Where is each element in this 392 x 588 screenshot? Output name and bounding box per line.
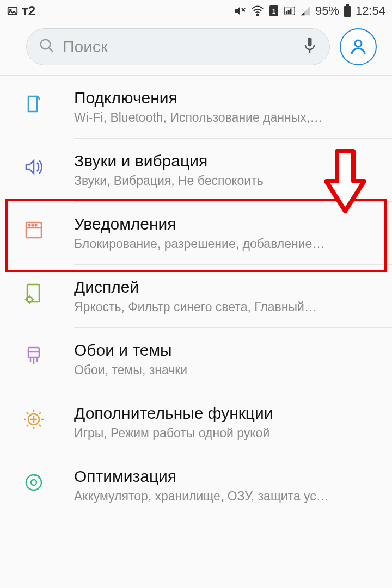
row-subtitle: Обои, темы, значки — [74, 363, 379, 377]
svg-rect-10 — [290, 9, 291, 14]
svg-point-22 — [35, 225, 37, 226]
svg-line-14 — [49, 48, 53, 52]
row-subtitle: Wi-Fi, Bluetooth, Использование данных,… — [74, 110, 379, 125]
svg-point-31 — [31, 480, 36, 485]
row-title: Обои и темы — [74, 341, 379, 360]
row-subtitle: Аккумулятор, хранилище, ОЗУ, защита ус… — [74, 489, 379, 504]
battery-percent: 95% — [315, 4, 339, 18]
svg-point-20 — [29, 225, 30, 226]
row-connections[interactable]: Подключения Wi-Fi, Bluetooth, Использова… — [0, 76, 392, 138]
connections-icon — [22, 92, 46, 116]
mute-vibrate-icon — [234, 4, 247, 17]
svg-rect-11 — [346, 4, 349, 6]
signal-icon-1 — [284, 5, 296, 17]
svg-point-21 — [32, 225, 34, 226]
optimization-icon — [22, 471, 46, 494]
search-icon — [39, 38, 55, 56]
row-title: Звуки и вибрация — [74, 152, 379, 170]
wallpaper-icon — [22, 344, 46, 368]
profile-button[interactable] — [340, 28, 377, 65]
row-subtitle: Игры, Режим работы одной рукой — [74, 426, 379, 441]
signal-icon-2 — [300, 5, 311, 16]
svg-point-13 — [41, 40, 51, 49]
svg-rect-8 — [286, 12, 287, 14]
row-title: Подключения — [74, 89, 379, 107]
row-notifications[interactable]: Уведомления Блокирование, разрешение, до… — [0, 202, 392, 264]
search-row — [0, 22, 392, 75]
row-title: Уведомления — [74, 215, 379, 233]
notifications-icon — [22, 218, 46, 242]
picture-icon — [7, 5, 19, 17]
svg-point-4 — [256, 14, 258, 16]
row-subtitle: Яркость, Фильтр синего света, Главный… — [74, 300, 379, 314]
search-box[interactable] — [26, 28, 330, 65]
mic-icon[interactable] — [302, 36, 317, 58]
row-wallpaper[interactable]: Обои и темы Обои, темы, значки — [0, 328, 392, 391]
svg-point-17 — [355, 40, 362, 47]
row-title: Дополнительные функции — [74, 404, 379, 423]
settings-list: Подключения Wi-Fi, Bluetooth, Использова… — [0, 76, 392, 517]
svg-rect-9 — [288, 10, 289, 14]
row-title: Дисплей — [74, 278, 379, 296]
sound-icon — [22, 155, 46, 179]
row-subtitle: Блокирование, разрешение, добавление… — [74, 237, 379, 251]
row-sounds[interactable]: Звуки и вибрация Звуки, Вибрация, Не бес… — [0, 139, 392, 201]
svg-rect-15 — [308, 38, 312, 46]
carrier-label: т2 — [22, 3, 35, 18]
advanced-icon — [22, 407, 46, 431]
sim1-icon: 1 — [268, 4, 279, 17]
wifi-icon — [251, 4, 264, 17]
row-advanced[interactable]: Дополнительные функции Игры, Режим работ… — [0, 391, 392, 454]
svg-rect-12 — [344, 6, 351, 17]
search-input[interactable] — [63, 38, 295, 56]
row-title: Оптимизация — [74, 467, 379, 486]
status-bar: т2 1 95% 12:54 — [0, 0, 392, 22]
battery-icon — [344, 4, 351, 17]
row-subtitle: Звуки, Вибрация, Не беспокоить — [74, 174, 379, 188]
row-display[interactable]: Дисплей Яркость, Фильтр синего света, Гл… — [0, 265, 392, 327]
display-icon — [22, 281, 46, 305]
svg-text:1: 1 — [272, 8, 276, 15]
row-optimization[interactable]: Оптимизация Аккумулятор, хранилище, ОЗУ,… — [0, 454, 392, 517]
clock: 12:54 — [356, 4, 385, 18]
